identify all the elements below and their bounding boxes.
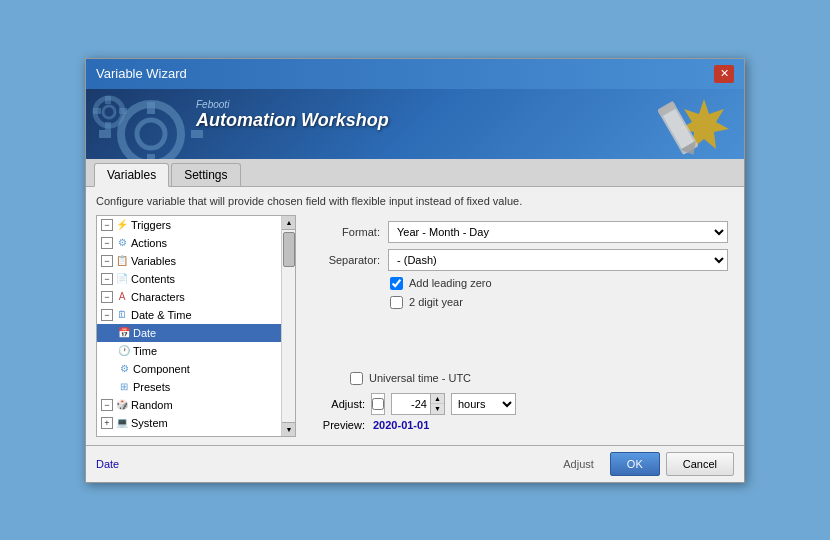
svg-point-1 bbox=[137, 120, 165, 148]
system-icon: 💻 bbox=[115, 416, 129, 430]
leading-zero-checkbox[interactable] bbox=[390, 277, 403, 290]
adjust-decrement-button[interactable]: ▼ bbox=[431, 404, 444, 414]
date-icon: 📅 bbox=[117, 326, 131, 340]
expander-actions[interactable]: − bbox=[101, 237, 113, 249]
expander-contents[interactable]: − bbox=[101, 273, 113, 285]
format-select[interactable]: Year - Month - Day Month - Day - Year Da… bbox=[388, 221, 728, 243]
tree-item-time[interactable]: 🕐 Time bbox=[97, 342, 295, 360]
svg-rect-2 bbox=[147, 102, 155, 114]
expander-system[interactable]: + bbox=[101, 417, 113, 429]
tree-item-component[interactable]: ⚙ Component bbox=[97, 360, 295, 378]
dialog-title: Variable Wizard bbox=[96, 66, 187, 81]
adjust-link: Adjust bbox=[563, 458, 594, 470]
banner-brand: Febooti bbox=[196, 99, 389, 110]
action-buttons: Adjust OK Cancel bbox=[563, 452, 734, 476]
format-row: Format: Year - Month - Day Month - Day -… bbox=[310, 221, 728, 243]
tree-label-characters: Characters bbox=[131, 291, 185, 303]
tree-item-datetime[interactable]: − 🗓 Date & Time bbox=[97, 306, 295, 324]
tree-label-date: Date bbox=[133, 327, 156, 339]
utc-label[interactable]: Universal time - UTC bbox=[369, 372, 471, 384]
svg-rect-10 bbox=[93, 108, 101, 114]
contents-icon: 📄 bbox=[115, 272, 129, 286]
tree-item-characters[interactable]: − A Characters bbox=[97, 288, 295, 306]
tree-label-random: Random bbox=[131, 399, 173, 411]
tree-item-variables[interactable]: − 📋 Variables bbox=[97, 252, 295, 270]
svg-rect-4 bbox=[99, 130, 111, 138]
separator-row: Separator: - (Dash) / (Slash) . (Dot) (S… bbox=[310, 249, 728, 271]
variables-icon: 📋 bbox=[115, 254, 129, 268]
content-area: − ⚡ Triggers − ⚙ Actions − 📋 Variables −… bbox=[86, 215, 744, 445]
tree-label-system: System bbox=[131, 417, 168, 429]
two-digit-year-row: 2 digit year bbox=[310, 296, 728, 309]
expander-triggers[interactable]: − bbox=[101, 219, 113, 231]
close-button[interactable]: ✕ bbox=[714, 65, 734, 83]
tree-label-component: Component bbox=[133, 363, 190, 375]
separator-select[interactable]: - (Dash) / (Slash) . (Dot) (Space) None bbox=[388, 249, 728, 271]
adjust-number-input[interactable]: -24 bbox=[392, 394, 430, 414]
presets-icon: ⊞ bbox=[117, 380, 131, 394]
cancel-button[interactable]: Cancel bbox=[666, 452, 734, 476]
svg-rect-5 bbox=[191, 130, 203, 138]
right-panel: Format: Year - Month - Day Month - Day -… bbox=[304, 215, 734, 437]
two-digit-year-checkbox[interactable] bbox=[390, 296, 403, 309]
svg-rect-9 bbox=[105, 122, 111, 130]
preview-label: Preview: bbox=[310, 419, 365, 431]
expander-random[interactable]: − bbox=[101, 399, 113, 411]
svg-rect-11 bbox=[119, 108, 127, 114]
ok-button[interactable]: OK bbox=[610, 452, 660, 476]
status-node-label: Date bbox=[96, 458, 119, 470]
utc-row: Universal time - UTC bbox=[310, 372, 728, 385]
triggers-icon: ⚡ bbox=[115, 218, 129, 232]
tab-variables[interactable]: Variables bbox=[94, 163, 169, 187]
datetime-icon: 🗓 bbox=[115, 308, 129, 322]
utc-checkbox[interactable] bbox=[350, 372, 363, 385]
characters-icon: A bbox=[115, 290, 129, 304]
tree-label-time: Time bbox=[133, 345, 157, 357]
tree-label-triggers: Triggers bbox=[131, 219, 171, 231]
format-label: Format: bbox=[310, 226, 380, 238]
adjust-checkbox[interactable] bbox=[372, 398, 384, 410]
scroll-down-arrow[interactable]: ▼ bbox=[282, 422, 296, 436]
expander-datetime[interactable]: − bbox=[101, 309, 113, 321]
tab-settings[interactable]: Settings bbox=[171, 163, 240, 186]
scroll-thumb[interactable] bbox=[283, 232, 295, 267]
svg-rect-3 bbox=[147, 154, 155, 159]
preview-row: Preview: 2020-01-01 bbox=[310, 419, 728, 431]
tree-label-presets: Presets bbox=[133, 381, 170, 393]
adjust-unit-select[interactable]: hours minutes days bbox=[451, 393, 516, 415]
scroll-up-arrow[interactable]: ▲ bbox=[282, 216, 296, 230]
expander-variables[interactable]: − bbox=[101, 255, 113, 267]
leading-zero-label[interactable]: Add leading zero bbox=[409, 277, 492, 289]
adjust-spinner: ▲ ▼ bbox=[430, 394, 444, 414]
svg-point-7 bbox=[103, 106, 115, 118]
title-bar: Variable Wizard ✕ bbox=[86, 59, 744, 89]
tree-item-contents[interactable]: − 📄 Contents bbox=[97, 270, 295, 288]
adjust-number-wrapper: -24 ▲ ▼ bbox=[391, 393, 445, 415]
tree-item-random[interactable]: − 🎲 Random bbox=[97, 396, 295, 414]
variable-wizard-dialog: Variable Wizard ✕ Febooti Automation Wor… bbox=[85, 58, 745, 483]
status-bar: Date Adjust OK Cancel bbox=[86, 445, 744, 482]
tree-scrollbar[interactable]: ▲ ▼ bbox=[281, 216, 295, 436]
tab-bar: Variables Settings bbox=[86, 159, 744, 187]
tree-item-triggers[interactable]: − ⚡ Triggers bbox=[97, 216, 295, 234]
adjust-field-label: Adjust: bbox=[310, 398, 365, 410]
tree-label-variables: Variables bbox=[131, 255, 176, 267]
tree-item-system[interactable]: + 💻 System bbox=[97, 414, 295, 432]
expander-characters[interactable]: − bbox=[101, 291, 113, 303]
adjust-increment-button[interactable]: ▲ bbox=[431, 394, 444, 405]
tree-item-date[interactable]: 📅 Date bbox=[97, 324, 295, 342]
tree-item-actions[interactable]: − ⚙ Actions bbox=[97, 234, 295, 252]
actions-icon: ⚙ bbox=[115, 236, 129, 250]
adjust-check-wrapper bbox=[371, 393, 385, 415]
preview-value: 2020-01-01 bbox=[373, 419, 429, 431]
component-icon: ⚙ bbox=[117, 362, 131, 376]
adjust-row: Adjust: -24 ▲ ▼ hours minutes days bbox=[310, 393, 728, 415]
banner: Febooti Automation Workshop bbox=[86, 89, 744, 159]
two-digit-year-label[interactable]: 2 digit year bbox=[409, 296, 463, 308]
separator-label: Separator: bbox=[310, 254, 380, 266]
tree-label-contents: Contents bbox=[131, 273, 175, 285]
tree-item-presets[interactable]: ⊞ Presets bbox=[97, 378, 295, 396]
random-icon: 🎲 bbox=[115, 398, 129, 412]
svg-rect-8 bbox=[105, 96, 111, 104]
tree-panel[interactable]: − ⚡ Triggers − ⚙ Actions − 📋 Variables −… bbox=[96, 215, 296, 437]
